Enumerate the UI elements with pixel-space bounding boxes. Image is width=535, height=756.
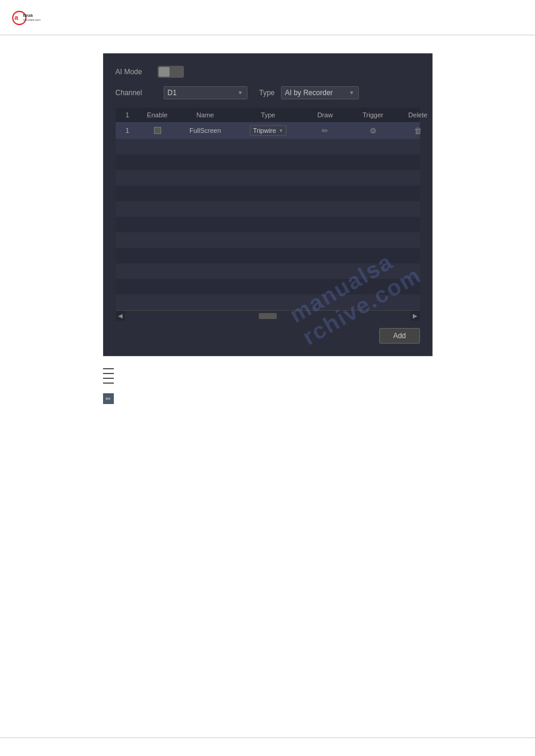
delete-icon[interactable]: 🗑 [414, 126, 422, 135]
cell-num: 1 [116, 127, 140, 134]
add-row: Add [116, 321, 420, 344]
ai-mode-label: AI Mode [116, 68, 158, 76]
bullet-dash-3 [103, 378, 114, 379]
draw-icon-area: ✏ [103, 393, 433, 404]
table-row-empty-11 [116, 294, 420, 310]
pencil-icon-box: ✏ [103, 393, 114, 404]
type-label: Type [259, 89, 275, 97]
svg-text:a: a [14, 14, 19, 21]
dahua-logo: a lhua TECHNOLOGY [12, 6, 45, 30]
table-row-empty-2 [116, 154, 420, 170]
cell-name: FullScreen [176, 127, 235, 134]
logo: a lhua TECHNOLOGY [12, 6, 45, 30]
main-content: AI Mode Channel D1 ▼ Type AI by Recorder… [0, 35, 535, 416]
col-name: Name [176, 111, 235, 119]
horizontal-scrollbar[interactable]: ◀ ▶ [116, 310, 420, 321]
bullet-line-1 [103, 368, 433, 369]
svg-text:TECHNOLOGY: TECHNOLOGY [23, 19, 41, 22]
below-panel-content: ✏ [103, 368, 433, 404]
svg-text:lhua: lhua [23, 13, 33, 18]
table-row-empty-9 [116, 263, 420, 279]
bullet-dash-2 [103, 373, 114, 374]
table-header: 1 Enable Name Type Draw Trigger Delete [116, 108, 420, 122]
table-row-empty-5 [116, 201, 420, 217]
col-trigger: Trigger [349, 111, 397, 119]
bottom-divider [0, 737, 535, 738]
bullet-dash-1 [103, 368, 114, 369]
empty-rows [116, 139, 420, 310]
pencil-icon: ✏ [105, 395, 111, 403]
table-row-empty-10 [116, 279, 420, 294]
ai-mode-toggle[interactable] [158, 66, 184, 78]
trigger-icon[interactable]: ⚙ [370, 126, 377, 135]
cell-enable[interactable] [140, 127, 176, 134]
scroll-track[interactable] [125, 311, 410, 321]
enable-checkbox[interactable] [154, 127, 161, 134]
table-row[interactable]: 1 FullScreen Tripwire ▼ ✏ ⚙ [116, 122, 420, 139]
col-delete: Delete [397, 111, 439, 119]
type-value: AI by Recorder [285, 89, 333, 97]
channel-dropdown-arrow: ▼ [238, 90, 243, 96]
type-dropdown-arrow: ▼ [349, 90, 355, 96]
bullet-lines [103, 368, 433, 384]
table-row-empty-4 [116, 186, 420, 201]
table-row-empty-1 [116, 139, 420, 154]
channel-value: D1 [168, 89, 177, 97]
channel-type-row: Channel D1 ▼ Type AI by Recorder ▼ [116, 86, 420, 99]
table-row-empty-6 [116, 217, 420, 232]
bullet-line-3 [103, 378, 433, 379]
channel-dropdown[interactable]: D1 ▼ [164, 86, 247, 99]
type-dropdown[interactable]: AI by Recorder ▼ [281, 86, 359, 99]
draw-icon[interactable]: ✏ [322, 126, 328, 135]
col-draw: Draw [301, 111, 349, 119]
scroll-handle[interactable] [259, 313, 277, 319]
ai-mode-row: AI Mode [116, 66, 420, 78]
toggle-knob [159, 67, 170, 77]
table-row-empty-7 [116, 232, 420, 248]
table-row-empty-8 [116, 248, 420, 263]
channel-label: Channel [116, 89, 158, 97]
rules-table: 1 Enable Name Type Draw Trigger Delete 1… [116, 108, 420, 321]
cell-trigger[interactable]: ⚙ [349, 126, 397, 135]
type-select-value: Tripwire [253, 127, 276, 134]
type-select-arrow: ▼ [279, 128, 283, 133]
bullet-dash-4 [103, 382, 114, 384]
scroll-left-button[interactable]: ◀ [116, 311, 125, 321]
col-num: 1 [116, 111, 140, 119]
bullet-line-2 [103, 373, 433, 374]
bullet-line-4 [103, 382, 433, 384]
page-header: a lhua TECHNOLOGY [0, 0, 535, 35]
table-row-empty-3 [116, 170, 420, 186]
scroll-right-button[interactable]: ▶ [410, 311, 420, 321]
cell-draw[interactable]: ✏ [301, 126, 349, 135]
ai-mode-panel: AI Mode Channel D1 ▼ Type AI by Recorder… [103, 53, 433, 356]
add-button[interactable]: Add [379, 328, 419, 344]
cell-type: Tripwire ▼ [235, 125, 301, 136]
type-select-dropdown[interactable]: Tripwire ▼ [250, 125, 286, 136]
cell-delete[interactable]: 🗑 [397, 126, 439, 135]
col-type: Type [235, 111, 301, 119]
col-enable: Enable [140, 111, 176, 119]
